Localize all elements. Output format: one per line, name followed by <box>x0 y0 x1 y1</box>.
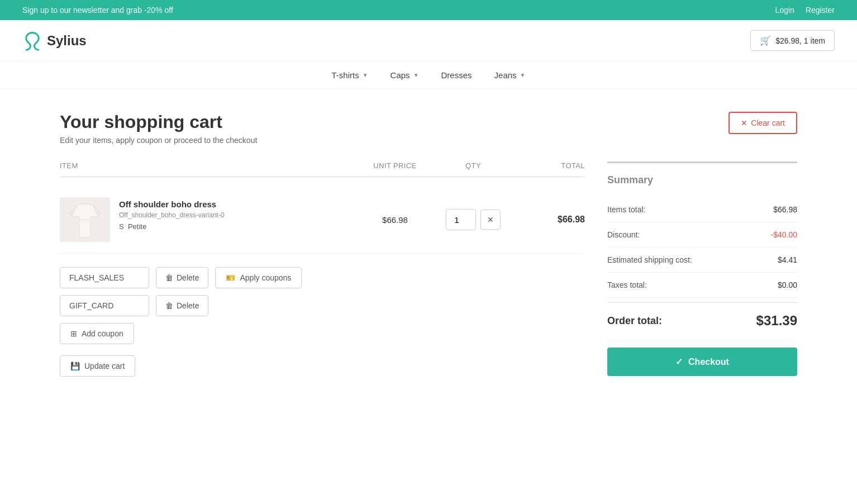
quantity-stepper[interactable] <box>446 209 476 230</box>
logo[interactable]: Sylius <box>22 31 87 51</box>
chevron-down-icon: ▼ <box>520 72 526 78</box>
order-total-value: $31.39 <box>756 313 797 329</box>
update-cart-label: Update cart <box>84 362 125 370</box>
cart-icon: 🛒 <box>760 35 771 46</box>
apply-coupons-label: Apply coupons <box>240 273 291 282</box>
add-coupon-button[interactable]: ⊞ Add coupon <box>60 323 134 344</box>
x-icon: ✕ <box>741 118 748 127</box>
page-title-section: Your shopping cart Edit your items, appl… <box>60 112 257 145</box>
checkmark-icon: ✓ <box>675 356 683 367</box>
item-name: Off shoulder boho dress <box>119 199 225 209</box>
nav-jeans-label: Jeans <box>494 70 517 80</box>
page-header: Your shopping cart Edit your items, appl… <box>60 112 797 145</box>
register-link[interactable]: Register <box>806 6 835 15</box>
item-image <box>60 197 110 242</box>
nav-item-tshirts[interactable]: T-shirts ▼ <box>332 70 368 80</box>
discount-label: Discount: <box>607 230 640 239</box>
qty-cell: ✕ <box>428 209 518 230</box>
summary-row-discount: Discount: -$40.00 <box>607 222 797 248</box>
col-item-header: Item <box>60 161 361 170</box>
checkout-label: Checkout <box>688 357 729 367</box>
x-icon: ✕ <box>487 215 494 224</box>
trash-icon: 🗑 <box>165 273 173 282</box>
logo-icon <box>22 31 42 51</box>
taxes-label: Taxes total: <box>607 280 647 289</box>
checkout-button[interactable]: ✓ Checkout <box>607 348 797 376</box>
shipping-value: $4.41 <box>778 255 797 264</box>
item-variant: Off_shoulder_boho_dress-variant-0 <box>119 211 225 219</box>
banner-links: Login Register <box>775 6 835 15</box>
chevron-down-icon: ▼ <box>413 72 419 78</box>
banner-text: Sign up to our newsletter and grab -20% … <box>22 6 173 15</box>
trash-icon: 🗑 <box>165 301 173 310</box>
delete-label-2: Delete <box>177 301 199 310</box>
plus-icon: ⊞ <box>70 329 77 338</box>
login-link[interactable]: Login <box>775 6 794 15</box>
cart-button[interactable]: 🛒 $26.98, 1 item <box>750 30 835 51</box>
delete-coupon-2-button[interactable]: 🗑 Delete <box>156 295 208 316</box>
content-grid: Item Unit price Qty Total <box>60 161 797 377</box>
cart-label: $26.98, 1 item <box>775 36 825 45</box>
summary-panel: Summary Items total: $66.98 Discount: -$… <box>607 161 797 377</box>
coupon-tag-1: FLASH_SALES <box>60 267 149 288</box>
nav-item-dresses[interactable]: Dresses <box>441 70 472 80</box>
item-unit-price: $66.98 <box>361 215 428 225</box>
save-icon: 💾 <box>70 362 80 370</box>
clear-cart-label: Clear cart <box>751 118 785 127</box>
col-total-header: Total <box>518 161 585 170</box>
delete-label-1: Delete <box>177 273 199 282</box>
nav-item-jeans[interactable]: Jeans ▼ <box>494 70 526 80</box>
top-banner: Sign up to our newsletter and grab -20% … <box>0 0 857 20</box>
taxes-value: $0.00 <box>778 280 797 289</box>
summary-row-taxes: Taxes total: $0.00 <box>607 273 797 298</box>
summary-row-shipping: Estimated shipping cost: $4.41 <box>607 248 797 273</box>
page-subtitle: Edit your items, apply coupon or proceed… <box>60 136 257 145</box>
summary-row-items-total: Items total: $66.98 <box>607 197 797 222</box>
update-cart-button[interactable]: 💾 Update cart <box>60 355 135 377</box>
table-row: Off shoulder boho dress Off_shoulder_boh… <box>60 186 585 254</box>
nav-item-caps[interactable]: Caps ▼ <box>391 70 419 80</box>
coupons-section: FLASH_SALES 🗑 Delete 🎫 Apply coupons GIF… <box>60 267 585 377</box>
summary-title: Summary <box>607 174 797 186</box>
nav-tshirts-label: T-shirts <box>332 70 359 80</box>
col-unit-header: Unit price <box>361 161 428 170</box>
nav-dresses-label: Dresses <box>441 70 472 80</box>
table-header: Item Unit price Qty Total <box>60 161 585 177</box>
apply-coupons-button[interactable]: 🎫 Apply coupons <box>215 267 302 288</box>
page-title: Your shopping cart <box>60 112 257 132</box>
item-details: Off shoulder boho dress Off_shoulder_boh… <box>119 197 225 231</box>
fit-label: Petite <box>128 222 146 231</box>
remove-item-button[interactable]: ✕ <box>480 210 501 230</box>
coupon-row-2: GIFT_CARD 🗑 Delete <box>60 295 585 316</box>
chevron-down-icon: ▼ <box>363 72 368 78</box>
main-content: Your shopping cart Edit your items, appl… <box>37 89 820 399</box>
discount-value: -$40.00 <box>771 230 797 239</box>
item-size: S Petite <box>119 222 225 231</box>
coupon-tag-2: GIFT_CARD <box>60 295 149 316</box>
main-nav: T-shirts ▼ Caps ▼ Dresses Jeans ▼ <box>0 61 857 89</box>
nav-caps-label: Caps <box>391 70 410 80</box>
coupon-icon: 🎫 <box>226 273 235 282</box>
item-total: $66.98 <box>518 215 585 225</box>
order-total-row: Order total: $31.39 <box>607 302 797 339</box>
items-total-label: Items total: <box>607 205 645 214</box>
shipping-label: Estimated shipping cost: <box>607 255 692 264</box>
size-label: S <box>119 222 124 231</box>
clear-cart-button[interactable]: ✕ Clear cart <box>729 112 797 134</box>
add-coupon-label: Add coupon <box>82 329 123 338</box>
items-total-value: $66.98 <box>773 205 797 214</box>
cart-section: Item Unit price Qty Total <box>60 161 585 377</box>
header: Sylius 🛒 $26.98, 1 item <box>0 20 857 61</box>
logo-text: Sylius <box>47 33 87 49</box>
coupon-row-1: FLASH_SALES 🗑 Delete 🎫 Apply coupons <box>60 267 585 288</box>
item-info: Off shoulder boho dress Off_shoulder_boh… <box>60 197 361 242</box>
delete-coupon-1-button[interactable]: 🗑 Delete <box>156 267 208 288</box>
col-qty-header: Qty <box>428 161 518 170</box>
order-total-label: Order total: <box>607 315 662 327</box>
